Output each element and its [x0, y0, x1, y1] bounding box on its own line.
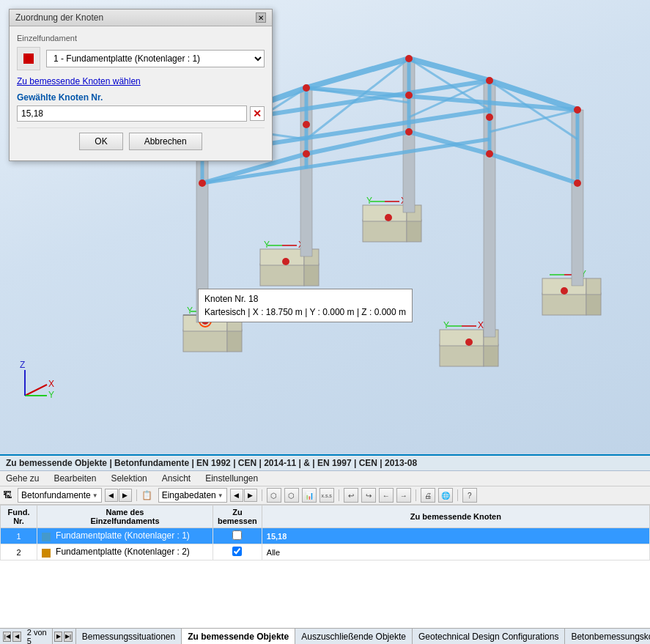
arrow-right-icon-button[interactable]: → — [396, 488, 411, 503]
svg-rect-10 — [260, 249, 304, 265]
foundation-dropdown[interactable]: 1 - Fundamentplatte (Knotenlager : 1) — [46, 50, 265, 67]
tooltip-line2: Kartesisch | X : 18.750 m | Y : 0.000 m … — [204, 306, 406, 319]
nodes-input[interactable] — [17, 106, 247, 122]
footer-prev-button[interactable]: ◀ — [12, 632, 21, 642]
module-dropdown-arrow: ▼ — [92, 492, 98, 499]
svg-point-78 — [486, 150, 493, 158]
print-icon-button[interactable]: 🖨 — [421, 488, 435, 503]
row1-nr: 1 — [1, 528, 37, 544]
row2-nodes: Alle — [262, 544, 649, 560]
toolbar-separator-3 — [339, 489, 339, 501]
cancel-button[interactable]: Abbrechen — [129, 133, 202, 150]
svg-text:Z: Z — [20, 360, 25, 370]
svg-rect-9 — [260, 264, 304, 286]
undo-icon-button[interactable]: ↩ — [344, 488, 358, 503]
col-header-name: Name desEinzelfundaments — [37, 506, 213, 528]
menu-item-ansicht[interactable]: Ansicht — [159, 473, 193, 484]
tab-geotechnical-label: Geotechnical Design Configurations — [418, 632, 558, 642]
table-area: Fund.Nr. Name desEinzelfundaments Zubeme… — [0, 505, 650, 628]
row2-checkbox-cell[interactable] — [213, 544, 262, 560]
row1-checkbox-cell[interactable] — [213, 528, 262, 544]
foundation-icon — [17, 47, 40, 70]
dialog-titlebar: Zuordnung der Knoten ✕ — [10, 10, 272, 26]
module-nav: ◀ ▶ — [105, 489, 132, 502]
view-dropdown[interactable]: Eingabedaten ▼ — [158, 488, 227, 503]
view-next-button[interactable]: ▶ — [244, 489, 257, 502]
select-icon-button[interactable]: ⬡ — [267, 488, 281, 503]
col-header-zu-bemessen: Zubemessen — [213, 506, 262, 528]
svg-point-85 — [282, 258, 289, 265]
svg-point-76 — [303, 150, 310, 158]
row1-color-dot — [42, 533, 51, 541]
view-label: Eingabedaten — [162, 490, 216, 500]
module-label: Betonfundamente — [21, 490, 91, 500]
select-nodes-link[interactable]: Zu bemessende Knoten wählen — [17, 76, 265, 86]
view-prev-button[interactable]: ◀ — [230, 489, 243, 502]
menu-item-gehe-zu[interactable]: Gehe zu — [3, 473, 42, 484]
dialog-title: Zuordnung der Knoten — [15, 12, 103, 23]
svg-rect-19 — [407, 220, 421, 242]
footer-tabs: |◀ ◀ 2 von 5 ▶ ▶| Bemessungssituationen … — [0, 628, 650, 644]
svg-point-86 — [385, 214, 392, 221]
view-nav: ◀ ▶ — [230, 489, 257, 502]
svg-rect-32 — [440, 344, 484, 366]
bottom-panel: Zu bemessende Objekte | Betonfundamente … — [0, 454, 650, 644]
svg-rect-25 — [542, 293, 586, 315]
svg-line-60 — [490, 110, 577, 132]
question-icon-button[interactable]: ? — [462, 488, 477, 503]
ok-button[interactable]: OK — [79, 133, 122, 150]
tab-zu-bemessende-objekte[interactable]: Zu bemessende Objekte — [182, 629, 295, 644]
svg-rect-27 — [586, 293, 601, 315]
row2-color-dot — [42, 549, 51, 558]
3d-viewport: X Y X Y X Y — [0, 0, 650, 454]
status-bar: Zu bemessende Objekte | Betonfundamente … — [0, 456, 650, 471]
clear-nodes-button[interactable]: ✕ — [250, 106, 265, 121]
table-row[interactable]: 1 Fundamentplatte (Knotenlager : 1) 15,1… — [1, 528, 650, 544]
tab-auszuschliessende-objekte[interactable]: Auszuschließende Objekte — [295, 629, 413, 644]
svg-text:X: X — [478, 320, 484, 330]
row1-checkbox[interactable] — [232, 530, 242, 540]
xyz-icon-button[interactable]: x.s.s — [320, 488, 334, 503]
row1-name-text: Fundamentplatte (Knotenlager : 1) — [56, 530, 190, 541]
dialog-close-button[interactable]: ✕ — [256, 12, 266, 23]
svg-point-73 — [486, 77, 493, 84]
svg-text:Y: Y — [264, 240, 270, 250]
globe-icon-button[interactable]: 🌐 — [438, 488, 453, 503]
tab-betonbemessungskonfigurationen[interactable]: Betonbemessungskonfigurationen — [565, 629, 650, 644]
table-icon-button[interactable]: 📊 — [302, 488, 317, 503]
svg-line-69 — [490, 154, 577, 183]
menu-bar: Gehe zu Bearbeiten Selektion Ansicht Ein… — [0, 471, 650, 486]
toolbar-row: 🏗 Betonfundamente ▼ ◀ ▶ 📋 Eingabedaten ▼… — [0, 486, 650, 505]
svg-point-82 — [405, 92, 413, 99]
deselect-icon-button[interactable]: ⬡ — [284, 488, 299, 503]
svg-point-74 — [574, 106, 581, 114]
svg-point-88 — [465, 338, 473, 346]
svg-text:X: X — [48, 379, 54, 389]
menu-item-selektion[interactable]: Selektion — [108, 473, 149, 484]
footer-last-button[interactable]: ▶| — [64, 632, 72, 642]
menu-item-einstellungen[interactable]: Einstellungen — [202, 473, 261, 484]
toolbar-separator-4 — [416, 489, 416, 501]
toolbar-separator-1 — [136, 489, 137, 501]
coordinate-tooltip: Knoten Nr. 18 Kartesisch | X : 18.750 m … — [198, 289, 413, 322]
status-text: Zu bemessende Objekte | Betonfundamente … — [6, 458, 417, 468]
footer-next-button[interactable]: ▶ — [54, 632, 62, 642]
svg-point-77 — [405, 128, 413, 136]
redo-icon-button[interactable]: ↪ — [361, 488, 376, 503]
footer-first-button[interactable]: |◀ — [3, 632, 11, 642]
row2-checkbox[interactable] — [232, 547, 242, 556]
view-icon: 📋 — [141, 490, 152, 500]
module-prev-button[interactable]: ◀ — [105, 489, 118, 502]
svg-point-79 — [574, 179, 581, 187]
module-next-button[interactable]: ▶ — [119, 489, 132, 502]
red-square-icon — [23, 53, 34, 64]
svg-line-47 — [409, 59, 490, 81]
tab-geotechnical[interactable]: Geotechnical Design Configurations — [413, 629, 565, 644]
arrow-left-icon-button[interactable]: ← — [379, 488, 394, 503]
type-label: Einzelfundament — [17, 34, 265, 42]
module-dropdown[interactable]: Betonfundamente ▼ — [18, 488, 102, 503]
table-row[interactable]: 2 Fundamentplatte (Knotenlager : 2) Alle — [1, 544, 650, 560]
tab-betonbemessungskonfigurationen-label: Betonbemessungskonfigurationen — [571, 632, 650, 642]
tab-bemessungssituationen[interactable]: Bemessungssituationen — [76, 629, 182, 644]
menu-item-bearbeiten[interactable]: Bearbeiten — [51, 473, 99, 484]
